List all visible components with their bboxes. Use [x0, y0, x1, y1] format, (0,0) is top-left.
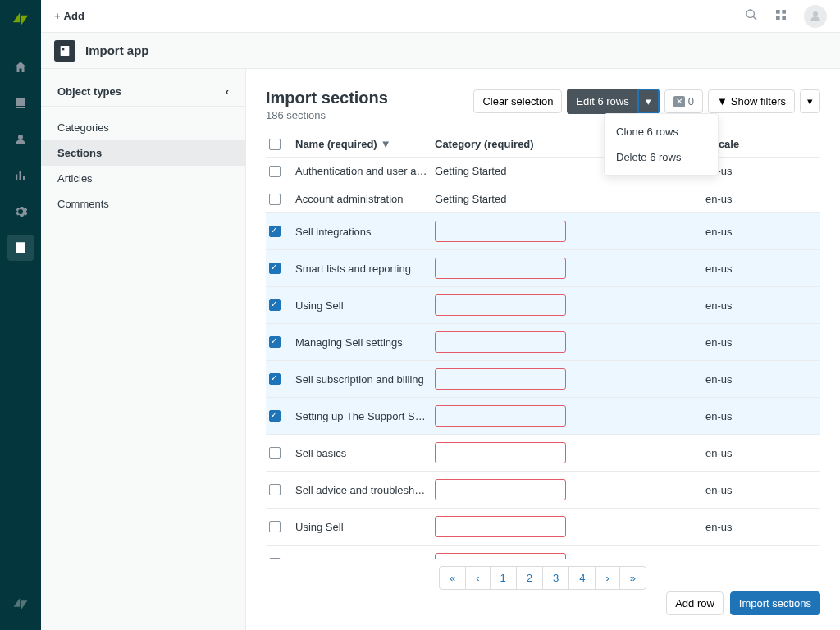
cell-locale: en-us	[705, 447, 820, 459]
category-input-error[interactable]	[435, 258, 566, 279]
table-row[interactable]: Sell advice and troubleshootingen-us	[266, 472, 820, 509]
error-count-button[interactable]: ✕0	[664, 89, 703, 113]
sidebar-item-categories[interactable]: Categories	[41, 115, 245, 140]
row-checkbox[interactable]	[269, 410, 281, 422]
cell-category[interactable]	[435, 294, 574, 316]
row-checkbox[interactable]	[269, 299, 281, 311]
page-button[interactable]: ‹	[465, 566, 490, 590]
category-input-error[interactable]	[435, 331, 566, 353]
category-input-error[interactable]	[435, 479, 566, 500]
category-input-error[interactable]	[435, 294, 566, 316]
sidebar: Object types ‹ Categories Sections Artic…	[41, 69, 246, 630]
sidebar-item-comments[interactable]: Comments	[41, 191, 245, 217]
row-checkbox[interactable]	[269, 373, 281, 385]
row-checkbox[interactable]	[269, 262, 281, 274]
page-button[interactable]: «	[439, 566, 466, 590]
table-row[interactable]: Account administrationGetting Starteden-…	[266, 185, 820, 213]
cell-name: Getting started with Sell	[295, 558, 435, 560]
category-input-error[interactable]	[435, 368, 566, 390]
row-checkbox[interactable]	[269, 484, 281, 495]
cell-category[interactable]	[435, 479, 574, 500]
cell-category[interactable]	[435, 405, 574, 427]
table-row[interactable]: Authentication and user accessGetting St…	[266, 158, 820, 185]
app-title: Import app	[85, 43, 149, 57]
page-button[interactable]: ›	[595, 566, 619, 590]
row-checkbox[interactable]	[269, 447, 281, 459]
btn-label: Clear selection	[482, 95, 553, 107]
cell-category[interactable]: Getting Started	[435, 193, 574, 205]
clear-selection-button[interactable]: Clear selection	[473, 89, 562, 113]
apps-icon[interactable]	[774, 8, 788, 24]
cell-name: Managing Sell settings	[295, 336, 435, 349]
cell-category[interactable]	[435, 221, 574, 242]
col-category[interactable]: Category (required)	[435, 138, 574, 150]
select-all-checkbox[interactable]	[269, 139, 281, 150]
filter-icon: ▼	[717, 95, 728, 107]
cell-name: Setting up The Support Suite	[295, 410, 435, 422]
nav-import-app[interactable]	[7, 235, 34, 261]
cell-category[interactable]	[435, 368, 574, 390]
col-name[interactable]: Name (required)▼	[295, 138, 435, 150]
svg-rect-4	[776, 16, 780, 20]
table-row[interactable]: Managing Sell settingsen-us	[266, 324, 820, 361]
chevron-left-icon: ‹	[226, 85, 229, 98]
sidebar-item-articles[interactable]: Articles	[41, 166, 245, 191]
table-row[interactable]: Smart lists and reportingen-us	[266, 250, 820, 287]
svg-rect-3	[782, 10, 786, 14]
item-label: Clone 6 rows	[616, 126, 678, 138]
clone-rows-item[interactable]: Clone 6 rows	[605, 119, 718, 144]
cell-category[interactable]	[435, 553, 574, 559]
delete-rows-item[interactable]: Delete 6 rows	[605, 144, 718, 170]
table-row[interactable]: Using Sellen-us	[266, 287, 820, 324]
page-button[interactable]: »	[619, 566, 646, 590]
table-row[interactable]: Sell integrationsen-us	[266, 213, 820, 250]
main: Import sections 186 sections Clear selec…	[246, 69, 840, 630]
page-button[interactable]: 4	[568, 566, 596, 590]
category-input-error[interactable]	[435, 516, 566, 537]
row-checkbox[interactable]	[269, 226, 281, 237]
sidebar-item-sections[interactable]: Sections	[41, 140, 245, 166]
nav-home[interactable]	[7, 54, 34, 80]
table-row[interactable]: Getting started with Sellen-us	[266, 546, 820, 559]
category-input-error[interactable]	[435, 553, 566, 559]
table-row[interactable]: Using Sellen-us	[266, 509, 820, 546]
show-filters-button[interactable]: ▼Show filters	[708, 89, 795, 113]
row-checkbox[interactable]	[269, 166, 281, 177]
caret-down-icon: ▾	[646, 95, 651, 107]
cell-category[interactable]: Getting Started	[435, 165, 574, 177]
edit-rows-button[interactable]: Edit 6 rows	[567, 89, 637, 114]
category-input-error[interactable]	[435, 405, 566, 427]
row-checkbox[interactable]	[269, 194, 281, 205]
page-button[interactable]: 1	[490, 566, 517, 590]
nav-users[interactable]	[7, 126, 34, 153]
page-title: Import sections	[266, 89, 388, 107]
add-button[interactable]: + Add	[54, 10, 84, 22]
import-sections-button[interactable]: Import sections	[730, 591, 820, 615]
table-row[interactable]: Setting up The Support Suiteen-us	[266, 398, 820, 435]
row-checkbox[interactable]	[269, 558, 281, 559]
category-input-error[interactable]	[435, 221, 566, 242]
nav-inbox[interactable]	[7, 90, 34, 116]
edit-rows-caret[interactable]: ▾	[637, 89, 660, 114]
nav-reports[interactable]	[7, 162, 34, 189]
more-caret[interactable]: ▾	[800, 89, 820, 113]
col-locale[interactable]: Locale	[705, 138, 820, 150]
cell-category[interactable]	[435, 258, 574, 279]
cell-category[interactable]	[435, 331, 574, 353]
category-input-error[interactable]	[435, 442, 566, 463]
row-checkbox[interactable]	[269, 521, 281, 532]
page-button[interactable]: 3	[542, 566, 569, 590]
nav-settings[interactable]	[7, 199, 34, 225]
cell-category[interactable]	[435, 516, 574, 537]
error-icon: ✕	[673, 96, 685, 107]
search-icon[interactable]	[745, 8, 758, 24]
sidebar-header[interactable]: Object types ‹	[41, 85, 245, 107]
cell-category[interactable]	[435, 442, 574, 463]
table-row[interactable]: Sell basicsen-us	[266, 435, 820, 472]
avatar[interactable]	[804, 5, 827, 28]
row-checkbox[interactable]	[269, 336, 281, 348]
table-row[interactable]: Sell subscription and billingen-us	[266, 361, 820, 398]
add-row-button[interactable]: Add row	[666, 591, 724, 615]
page-button[interactable]: 2	[516, 566, 543, 590]
sort-icon: ▼	[381, 138, 391, 150]
